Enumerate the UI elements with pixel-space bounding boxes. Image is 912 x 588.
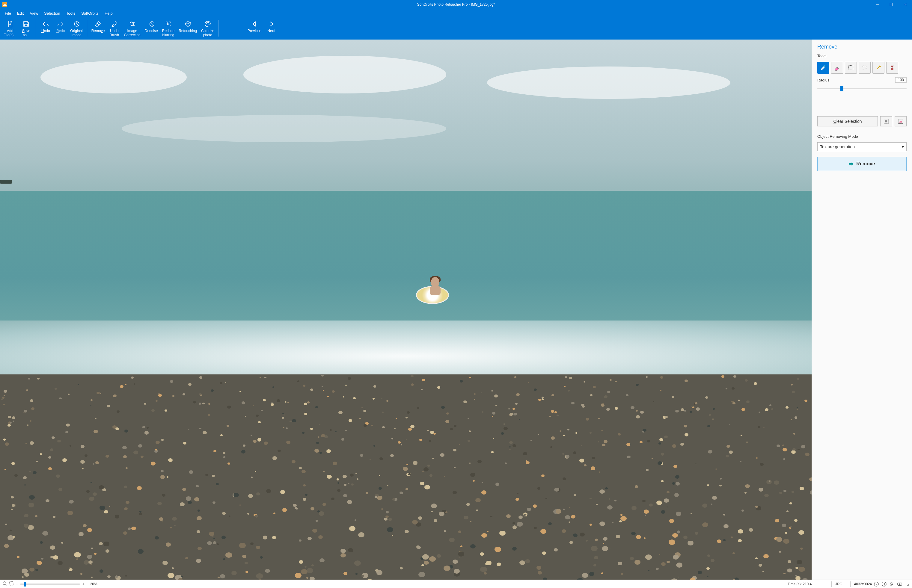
info-icon[interactable] <box>874 582 879 587</box>
moon-sparkle-icon <box>148 20 155 28</box>
svg-point-10 <box>189 23 189 24</box>
svg-rect-2 <box>24 24 27 26</box>
radius-value[interactable]: 130 <box>895 77 907 83</box>
marker-tool[interactable] <box>817 62 829 74</box>
radius-label: Radius <box>817 78 829 82</box>
toolbar: Add File(s)... Saveas... Undo Redo Origi… <box>0 18 912 40</box>
magic-wand-tool[interactable] <box>872 62 885 74</box>
panel-title: Remove <box>817 44 907 50</box>
menubar: File Edit View Selection Tools SoftOrbit… <box>0 9 912 18</box>
svg-rect-21 <box>10 582 13 585</box>
image-canvas[interactable] <box>0 40 812 580</box>
minimize-button[interactable] <box>871 0 885 9</box>
tool-label: Retouching <box>179 29 197 33</box>
tool-label: Add File(s)... <box>3 29 16 37</box>
tool-label: Redo <box>57 29 65 33</box>
load-selection-button[interactable] <box>894 116 907 126</box>
save-selection-button[interactable] <box>880 116 892 126</box>
tool-label: Reduce blurring <box>162 29 175 37</box>
sliders-icon <box>129 20 136 28</box>
clone-stamp-tool[interactable] <box>886 62 898 74</box>
remove-tool-button[interactable]: Remove <box>90 19 107 38</box>
maximize-button[interactable] <box>885 0 898 9</box>
save-icon <box>23 20 30 28</box>
arrow-left-icon <box>251 20 258 28</box>
save-as-button[interactable]: Saveas... <box>19 19 33 38</box>
tool-label: Undo <box>41 29 50 33</box>
youtube-icon[interactable] <box>897 582 902 587</box>
retouching-button[interactable]: Retouching <box>177 19 199 38</box>
menu-softorbits[interactable]: SoftOrbits <box>78 10 102 16</box>
close-button[interactable] <box>898 0 912 9</box>
svg-point-6 <box>130 25 131 26</box>
menu-selection[interactable]: Selection <box>41 10 63 16</box>
titlebar: SoftOrbits Photo Retoucher Pro - IMG_172… <box>0 0 912 9</box>
add-files-button[interactable]: Add File(s)... <box>2 19 18 38</box>
colorize-photo-button[interactable]: Colorize photo <box>199 19 216 38</box>
lasso-tool[interactable] <box>859 62 871 74</box>
statusbar: − + 20% Time (s): 210.4 JPG 4032x3024 <box>0 580 912 588</box>
edited-photo <box>0 40 812 580</box>
menu-view[interactable]: View <box>27 10 41 16</box>
tools-label: Tools <box>817 53 907 58</box>
zoom-reset-icon[interactable] <box>2 581 7 587</box>
reduce-blurring-button[interactable]: Reduce blurring <box>160 19 176 38</box>
image-correction-button[interactable]: Image Correction <box>122 19 142 38</box>
format-label: JPG <box>835 582 842 586</box>
tool-label: Original Image <box>70 29 82 37</box>
window-title: SoftOrbits Photo Retoucher Pro - IMG_172… <box>417 2 495 6</box>
eraser-tool[interactable] <box>831 62 843 74</box>
side-panel: Remove Tools Radius 130 Clear Selection <box>812 40 912 580</box>
brush-icon <box>111 20 118 28</box>
tool-label: Image Correction <box>124 29 140 37</box>
remove-button-label: Remove <box>856 161 875 166</box>
rect-select-tool[interactable] <box>845 62 857 74</box>
tool-label: Remove <box>91 29 105 33</box>
tool-label: Saveas... <box>22 29 30 37</box>
svg-point-13 <box>208 23 209 23</box>
svg-rect-0 <box>2 2 7 7</box>
zoom-out-button[interactable]: − <box>16 582 18 587</box>
svg-point-8 <box>186 21 190 26</box>
svg-rect-1 <box>890 3 893 6</box>
menu-file[interactable]: File <box>2 10 14 16</box>
svg-point-5 <box>133 23 134 24</box>
menu-edit[interactable]: Edit <box>14 10 27 16</box>
undo-icon <box>42 20 49 28</box>
original-image-button[interactable]: Original Image <box>68 19 84 38</box>
time-label: Time (s): 210.4 <box>787 582 812 586</box>
fit-screen-icon[interactable] <box>9 581 14 587</box>
history-icon <box>73 20 80 28</box>
menu-help[interactable]: Help <box>102 10 116 16</box>
sharpen-icon <box>165 20 172 28</box>
selection-tools <box>817 62 907 74</box>
svg-rect-15 <box>849 66 853 70</box>
tool-label: Colorize photo <box>201 29 214 37</box>
next-button[interactable]: Next <box>264 19 278 34</box>
zoom-in-button[interactable]: + <box>82 582 84 587</box>
mode-value: Texture generation <box>820 144 855 149</box>
remove-button[interactable]: ➡ Remove <box>817 157 907 171</box>
denoise-button[interactable]: Denoise <box>143 19 160 38</box>
mode-dropdown[interactable]: Texture generation ▾ <box>817 142 907 151</box>
redo-button: Redo <box>53 19 68 38</box>
radius-slider[interactable] <box>817 88 907 89</box>
undo-button[interactable]: Undo <box>38 19 53 38</box>
arrow-right-icon <box>267 20 275 28</box>
undo-brush-button[interactable]: Undo Brush <box>107 19 121 38</box>
resize-grip[interactable] <box>905 582 910 586</box>
clear-selection-button[interactable]: Clear Selection <box>817 116 878 126</box>
svg-rect-16 <box>891 68 893 70</box>
mode-label: Object Removing Mode <box>817 134 907 139</box>
zoom-slider[interactable] <box>20 583 80 585</box>
svg-point-7 <box>167 23 169 25</box>
menu-tools[interactable]: Tools <box>63 10 78 16</box>
twitter-icon[interactable] <box>889 582 894 587</box>
app-icon <box>2 2 7 7</box>
palette-icon <box>204 20 211 28</box>
svg-point-20 <box>3 582 6 585</box>
face-sparkle-icon <box>184 20 191 28</box>
facebook-icon[interactable] <box>881 582 887 587</box>
redo-icon <box>57 20 65 28</box>
previous-button[interactable]: Previous <box>246 19 264 34</box>
